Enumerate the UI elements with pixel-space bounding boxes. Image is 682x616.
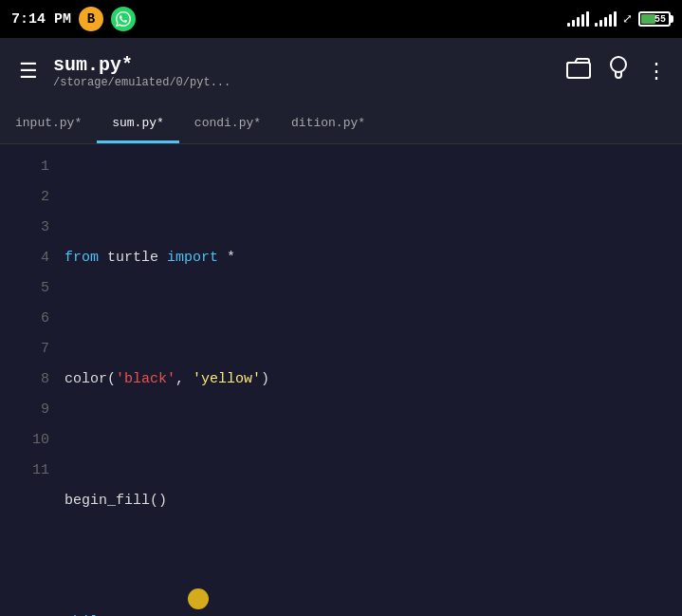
status-left: 7:14 PM B [11,7,136,31]
more-icon[interactable]: ⋮ [646,59,667,84]
toolbar: ☰ sum.py* /storage/emulated/0/pyt... ⋮ [0,38,682,104]
filename: sum.py* [53,54,555,76]
status-time: 7:14 PM [11,11,71,28]
folder-icon[interactable] [566,58,591,85]
file-path: /storage/emulated/0/pyt... [53,76,555,89]
toolbar-icons: ⋮ [566,56,667,87]
signal-bars-2 [595,11,617,27]
menu-icon[interactable]: ☰ [15,55,42,88]
battery-text: 55 [654,14,666,25]
code-area[interactable]: 1 2 3 4 5 6 7 8 9 10 11 from turtle impo… [0,144,682,616]
signal-bars-1 [567,11,589,27]
code-line-4: while True: [65,607,678,616]
bulb-icon[interactable] [608,56,629,87]
battery: 55 [638,11,671,27]
title-block: sum.py* /storage/emulated/0/pyt... [53,54,555,89]
line-numbers: 1 2 3 4 5 6 7 8 9 10 11 [0,144,61,616]
misc-icon: ⤢ [622,11,633,27]
tab-input-py[interactable]: input.py* [0,104,97,143]
tabs-bar: input.py* sum.py* condi.py* dition.py* [0,104,682,144]
b-icon: B [79,7,103,31]
code-line-3: begin_fill() [65,486,678,516]
code-content[interactable]: from turtle import * color('black', 'yel… [61,144,682,616]
status-bar: 7:14 PM B ⤢ 5 [0,0,682,38]
tab-sum-py[interactable]: sum.py* [97,104,179,143]
code-line-1: from turtle import * [65,243,678,273]
tab-condi-py[interactable]: condi.py* [179,104,276,143]
svg-rect-0 [567,63,590,78]
svg-point-1 [611,57,626,72]
tab-dition-py[interactable]: dition.py* [276,104,380,143]
status-right: ⤢ 55 [567,11,671,27]
whatsapp-icon [111,7,136,31]
code-line-2: color('black', 'yellow') [65,364,678,395]
